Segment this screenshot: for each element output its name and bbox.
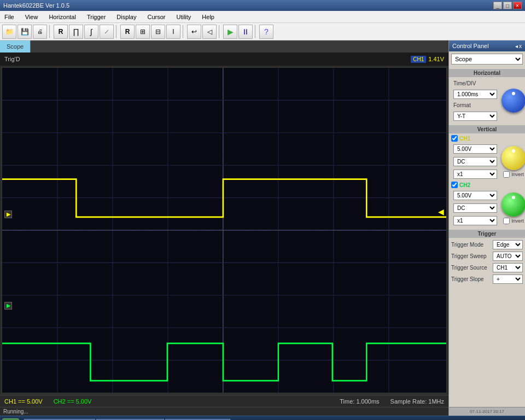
tb-help[interactable]: ? bbox=[259, 25, 273, 39]
ch2-status-label: CH2 == bbox=[54, 398, 74, 405]
tb-sep1 bbox=[49, 25, 51, 38]
tb-marker[interactable]: I bbox=[166, 25, 180, 39]
ch1-tag: CH1 bbox=[411, 56, 426, 63]
tb-prev[interactable]: ◁ bbox=[202, 25, 217, 39]
trig-source-select[interactable]: CH1 bbox=[493, 263, 523, 272]
menu-cursor[interactable]: Cursor bbox=[145, 13, 167, 21]
tb-r1[interactable]: R bbox=[54, 25, 68, 39]
scope-area: Scope Trig'D CH1 1.41V bbox=[0, 40, 448, 416]
ch2-invert-row: Invert bbox=[503, 218, 524, 224]
menu-trigger[interactable]: Trigger bbox=[85, 13, 108, 21]
ch1-coupling-row: DC bbox=[451, 156, 499, 167]
trig-sweep-select[interactable]: AUTO bbox=[493, 252, 523, 261]
cp-float-btn[interactable]: ◂ bbox=[515, 43, 518, 49]
running-text: Running... bbox=[3, 409, 28, 415]
trigger-level-arrow: ◀ bbox=[438, 207, 444, 216]
trig-status: Trig'D bbox=[4, 56, 20, 62]
ch2-indicator: ▶ bbox=[4, 302, 12, 310]
tb-sep2 bbox=[116, 25, 118, 38]
ch1-probe-row: x1 bbox=[451, 168, 499, 180]
control-panel: Control Panel ◂ x Scope Horizontal Time/… bbox=[448, 40, 525, 416]
tb-sep3 bbox=[183, 25, 185, 38]
ch1-checkbox[interactable] bbox=[451, 135, 458, 142]
menu-utility[interactable]: Utility bbox=[174, 13, 193, 21]
trig-sweep-label: Trigger Sweep bbox=[451, 253, 489, 259]
ch2-knob[interactable] bbox=[501, 192, 525, 217]
minimize-button[interactable]: _ bbox=[493, 2, 502, 9]
horizontal-section-label: Horizontal bbox=[449, 69, 525, 77]
ch1-indicator: ▶ bbox=[4, 211, 12, 218]
trig-sweep-row: Trigger Sweep AUTO bbox=[449, 250, 525, 262]
menu-view[interactable]: View bbox=[23, 13, 40, 21]
trig-mode-row: Trigger Mode Edge bbox=[449, 239, 525, 250]
cp-spacer bbox=[449, 285, 525, 407]
ch1-status: CH1 == 5.00V bbox=[4, 398, 43, 405]
trig-slope-label: Trigger Slope bbox=[451, 276, 489, 282]
tb-sep5 bbox=[255, 25, 257, 38]
format-select[interactable]: Y-T bbox=[453, 112, 497, 121]
scope-tab-bar: Scope bbox=[0, 40, 448, 52]
close-button[interactable]: × bbox=[513, 2, 522, 9]
tb-r2[interactable]: R bbox=[120, 25, 135, 39]
cp-scope-select[interactable]: Scope bbox=[451, 54, 523, 65]
ch2-checkbox[interactable] bbox=[451, 182, 458, 188]
format-row: Format bbox=[451, 101, 499, 109]
trig-mode-select[interactable]: Edge bbox=[493, 240, 523, 249]
sample-rate-status: Sample Rate: 1MHz bbox=[390, 398, 444, 405]
knob-dot bbox=[512, 92, 515, 95]
trig-slope-row: Trigger Slope + bbox=[449, 273, 525, 285]
ch1-invert-label: Invert bbox=[511, 172, 524, 177]
app-title: Hantek6022BE Ver 1.0.5 bbox=[3, 2, 69, 9]
ch2-invert-checkbox[interactable] bbox=[503, 218, 510, 224]
ch1-voltage-row: 5.00V bbox=[451, 143, 499, 155]
ch2-checkbox-row: CH2 bbox=[449, 181, 525, 189]
ch1-invert-checkbox[interactable] bbox=[503, 171, 510, 178]
menu-horizontal[interactable]: Horizontal bbox=[46, 13, 78, 21]
ch2-probe-row: x1 bbox=[451, 215, 499, 226]
tb-pause[interactable]: ⏸ bbox=[238, 25, 253, 39]
menu-display[interactable]: Display bbox=[114, 13, 138, 21]
ch2-controls: 5.00V DC x1 bbox=[449, 189, 525, 228]
time-div-select[interactable]: 1.000ms bbox=[453, 90, 497, 99]
tb-back[interactable]: ↩ bbox=[187, 25, 201, 39]
cp-title: Control Panel bbox=[452, 43, 489, 49]
scope-tab[interactable]: Scope bbox=[0, 40, 31, 52]
menu-help[interactable]: Help bbox=[200, 13, 217, 21]
ch2-voltage-select[interactable]: 5.00V bbox=[453, 191, 497, 200]
horizontal-knob[interactable] bbox=[501, 89, 525, 113]
tb-print[interactable]: 🖨 bbox=[33, 25, 47, 39]
scope-tab-label: Scope bbox=[7, 43, 24, 50]
toolbar: 📁 💾 🖨 R ∏ ∫ ⟋ R ⊞ ⊟ I ↩ ◁ ▶ ⏸ ? bbox=[0, 23, 525, 40]
ch1-col: 5.00V DC x1 bbox=[451, 143, 499, 180]
start-button[interactable]: ⊞ bbox=[2, 418, 19, 421]
trig-slope-select[interactable]: + bbox=[493, 275, 523, 284]
ch2-coupling-select[interactable]: DC bbox=[453, 203, 497, 213]
tb-play[interactable]: ▶ bbox=[223, 25, 237, 39]
format-select-row: Y-T bbox=[451, 110, 499, 122]
ch2-probe-select[interactable]: x1 bbox=[453, 216, 497, 225]
ch1-coupling-select[interactable]: DC bbox=[453, 157, 497, 166]
tb-grid[interactable]: ⊞ bbox=[136, 25, 150, 39]
tb-wave1[interactable]: ∏ bbox=[69, 25, 83, 39]
ch1-voltage-select[interactable]: 5.00V bbox=[453, 144, 497, 154]
voltage-value: 1.41V bbox=[428, 56, 444, 62]
tb-open[interactable]: 📁 bbox=[2, 25, 16, 39]
trig-mode-label: Trigger Mode bbox=[451, 242, 489, 248]
ch2-status-value: 5.00V bbox=[76, 398, 92, 405]
format-label: Format bbox=[453, 102, 471, 108]
tb-wave2[interactable]: ∫ bbox=[84, 25, 98, 39]
taskbar: ⊞ 📊 Hantek6022BE Ver... 📄 Безымянный1.рп… bbox=[0, 416, 525, 420]
ch1-probe-select[interactable]: x1 bbox=[453, 170, 497, 179]
maximize-button[interactable]: □ bbox=[503, 2, 512, 9]
tb-wave3[interactable]: ⟋ bbox=[100, 25, 114, 39]
ch2-col: 5.00V DC x1 bbox=[451, 190, 499, 226]
tb-save[interactable]: 💾 bbox=[18, 25, 32, 39]
trig-source-label: Trigger Source bbox=[451, 265, 489, 271]
sample-label: Sample Rate: bbox=[390, 398, 427, 405]
tb-minus[interactable]: ⊟ bbox=[151, 25, 165, 39]
ch1-knob[interactable] bbox=[501, 146, 525, 170]
vertical-section-label: Vertical bbox=[449, 125, 525, 133]
cp-close-btn[interactable]: x bbox=[519, 43, 522, 49]
scope-header: Trig'D CH1 1.41V bbox=[0, 52, 448, 66]
menu-file[interactable]: File bbox=[2, 13, 16, 21]
